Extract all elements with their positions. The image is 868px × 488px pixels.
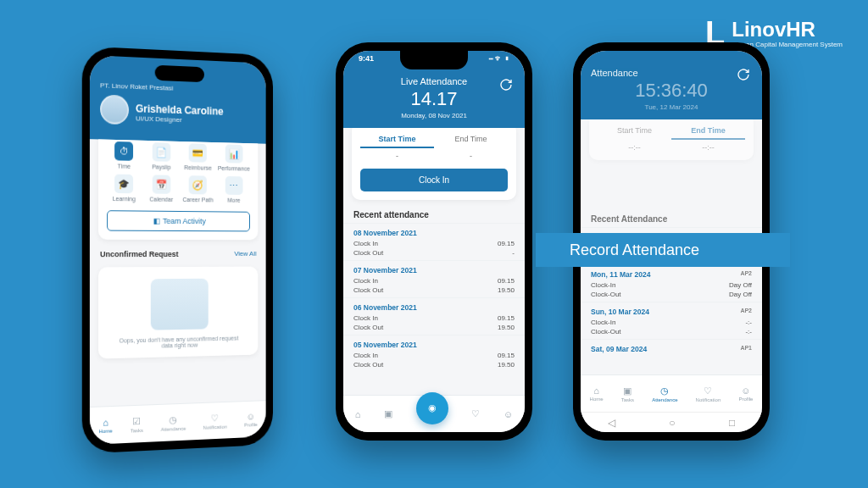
att-label: Clock In [353,314,378,322]
menu-card: ⏱Time📄Payslip💳Reimburse📊Performance🎓Lear… [98,139,258,240]
menu-icon: 🧭 [189,175,207,194]
nav-attendance[interactable]: ◷Attendance [161,413,186,431]
nav-tasks[interactable]: ▣Tasks [621,385,634,402]
avatar[interactable] [100,94,129,125]
tab-end-time[interactable]: End Time [434,131,508,148]
menu-item-payslip[interactable]: 📄Payslip [144,142,178,170]
nav-profile[interactable]: ☺ [504,409,513,419]
clock-in-button[interactable]: Clock In [360,169,508,191]
att-label: Clock Out [353,361,383,369]
live-date: Tue, 12 Mar 2024 [591,103,752,111]
menu-label: More [218,197,250,203]
empty-text: Oops, you don't have any unconfirmed req… [115,335,242,349]
nav-profile[interactable]: ☺Profile [738,385,753,402]
phone-live-attendance: 9:41⋯ ᯤ ▮ Live Attendance 14.17 Monday, … [336,42,532,441]
nav-home[interactable]: ⌂ [355,409,361,419]
att-label: Clock Out [353,324,383,331]
menu-label: Performance [218,165,250,172]
attendance-item[interactable]: 06 November 2021Clock In09.15Clock Out19… [343,297,525,335]
nav-tasks[interactable]: ▣ [384,408,392,419]
brand-name: LinovHR [732,19,843,40]
att-value: -:- [745,328,752,336]
att-value: 19.50 [498,361,515,369]
menu-icon: 📅 [153,175,171,193]
nav-attendance[interactable]: ◷Attendance [652,385,677,402]
time-card: Start Time End Time --:-- --:-- [589,119,754,160]
start-time-value: --:-- [598,143,671,152]
menu-item-performance[interactable]: 📊Performance [218,144,250,171]
att-value: 09.15 [498,277,515,285]
status-time: 9:41 [359,54,374,63]
att-label: Clock Out [353,249,383,257]
menu-item-more[interactable]: ⋯More [218,176,250,203]
att-value: 19.50 [498,324,515,331]
attendance-item[interactable]: Mon, 11 Mar 2024AP2Clock-InDay OffClock-… [581,264,762,302]
att-label: Clock-Out [591,328,621,336]
phone-home: PT. Linov Roket Prestasi Grishelda Carol… [82,46,273,453]
end-time-value: - [434,152,508,160]
att-label: Clock-In [591,281,615,289]
menu-label: Career Path [181,197,214,202]
menu-icon: 📊 [225,144,242,163]
attendance-badge: AP1 [740,345,752,351]
menu-icon: ⋯ [225,176,242,195]
status-icons: ⋯ ᯤ ▮ [489,54,509,63]
android-recent[interactable]: □ [729,417,735,429]
att-value: Day Off [729,281,752,289]
attendance-item[interactable]: Sat, 09 Mar 2024AP1 [581,339,762,359]
attendance-date: Sat, 09 Mar 2024AP1 [591,345,752,353]
recent-title: Recent Attendance [591,214,752,224]
nav-profile[interactable]: ☺Profile [244,411,258,427]
att-value: -:- [745,319,752,326]
live-date: Monday, 08 Nov 2021 [353,112,515,119]
attendance-item[interactable]: 07 November 2021Clock In09.15Clock Out19… [343,260,525,297]
company-name: PT. Linov Roket Prestasi [100,81,256,95]
attendance-badge: AP2 [740,308,752,313]
team-activity-button[interactable]: ◧ Team Activity [107,210,250,231]
att-label: Clock In [353,240,378,247]
attendance-date: Sun, 10 Mar 2024AP2 [591,308,752,316]
start-time-value: - [360,152,434,160]
menu-item-time[interactable]: ⏱Time [107,141,141,169]
menu-item-reimburse[interactable]: 💳Reimburse [181,143,214,171]
menu-label: Calendar [144,196,178,202]
nav-home[interactable]: ⌂Home [590,385,604,402]
bottom-nav: ⌂ ▣ ◉ ♡ ☺ [343,395,525,432]
tab-start-time[interactable]: Start Time [360,131,434,148]
nav-notification[interactable]: ♡Notification [203,412,227,430]
menu-item-career-path[interactable]: 🧭Career Path [181,175,214,202]
nav-notification[interactable]: ♡Notification [696,385,721,402]
attendance-badge: AP2 [740,270,752,276]
bottom-nav: ⌂Home ☑Tasks ◷Attendance ♡Notification ☺… [90,400,266,445]
refresh-icon[interactable] [499,78,513,92]
att-label: Clock Out [353,286,383,294]
time-card: Start Time End Time - - Clock In [352,128,516,200]
att-value: Day Off [729,291,752,298]
nav-home[interactable]: ⌂Home [99,417,113,434]
view-all-link[interactable]: View All [234,250,256,258]
tab-end-time[interactable]: End Time [671,123,745,140]
attendance-item[interactable]: 05 November 2021Clock In09.15Clock Out19… [343,335,525,372]
tab-start-time[interactable]: Start Time [598,123,671,140]
overlay-banner: Record Attendance [536,233,790,267]
end-time-value: --:-- [671,143,745,152]
android-nav: ◁ ○ □ [581,412,762,432]
bottom-nav: ⌂Home ▣Tasks ◷Attendance ♡Notification ☺… [581,374,762,412]
menu-item-learning[interactable]: 🎓Learning [107,174,141,202]
empty-state: Oops, you don't have any unconfirmed req… [98,267,258,359]
attendance-item[interactable]: Sun, 10 Mar 2024AP2Clock-In-:-Clock-Out-… [581,302,762,339]
dynamic-island [155,65,204,83]
nav-tasks[interactable]: ☑Tasks [131,415,143,433]
android-back[interactable]: ◁ [608,417,615,429]
fab-attendance[interactable]: ◉ [416,392,448,424]
nav-notification[interactable]: ♡ [471,408,480,419]
attendance-item[interactable]: 08 November 2021Clock In09.15Clock Out- [343,223,525,260]
unconfirmed-title: Unconfirmed Request [100,250,179,258]
att-value: 09.15 [498,240,515,247]
menu-item-calendar[interactable]: 📅Calendar [144,175,178,202]
screen-title: Attendance [591,68,752,78]
live-clock: 14.17 [353,88,515,110]
android-home[interactable]: ○ [669,417,675,429]
attendance-date: 06 November 2021 [353,303,515,312]
menu-icon: 📄 [153,142,171,162]
